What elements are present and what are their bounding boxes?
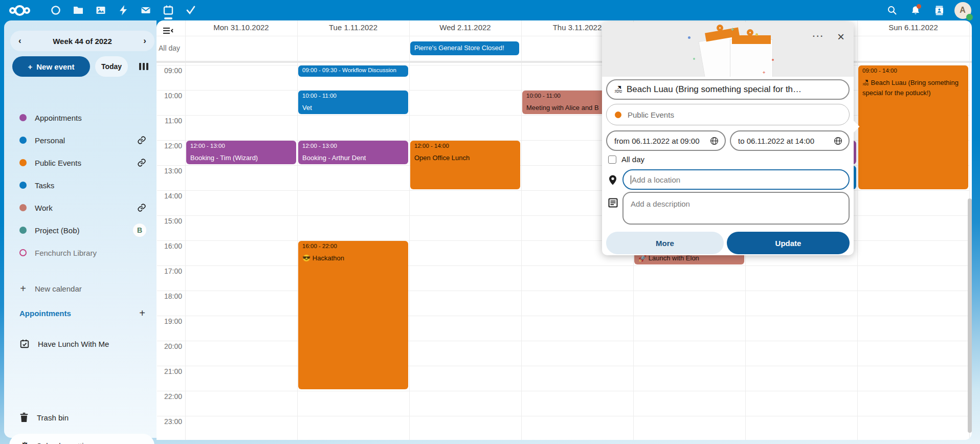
calendar-item-personal[interactable]: Personal [4,129,157,151]
all-day-checkbox[interactable]: All day [608,155,644,164]
photos-icon[interactable] [90,0,112,20]
activity-icon[interactable] [112,0,135,20]
calendar-list: Appointments Personal Public Events Task… [4,106,157,300]
vertical-scrollbar[interactable] [968,198,972,433]
description-input[interactable]: Add a description [622,192,850,225]
calendar-item-fenchurch-library[interactable]: Fenchurch Library [4,241,157,264]
calendar-item-work[interactable]: Work [4,196,157,219]
trash-icon [19,412,29,423]
calendar-color-ring [19,249,27,256]
calendar-item-appointments[interactable]: Appointments [4,106,157,129]
hour-label: 15:00 [157,217,182,226]
sidebar: ‹ Week 44 of 2022 › + New event Today Ap… [4,20,157,438]
today-button[interactable]: Today [95,56,128,77]
allday-event-pierres-store[interactable]: Pierre's General Store Closed! [410,41,519,55]
confetti-plus: + [763,70,765,75]
event-workflow-discussion[interactable]: 09:00 - 09:30 - Workflow Discussion [298,65,408,77]
tasks-icon[interactable] [180,0,202,20]
calendar-color-dot [19,137,27,144]
calendar-item-tasks[interactable]: Tasks [4,174,157,196]
trash-bin-button[interactable]: Trash bin [4,406,157,429]
mail-icon[interactable] [135,0,157,20]
calendar-color-dot [19,159,27,166]
add-appointment-config-button[interactable]: + [139,307,145,319]
close-icon[interactable]: × [833,29,849,45]
hour-label: 23:00 [157,417,182,427]
calendar-item-project-bob[interactable]: Project (Bob) B [4,219,157,241]
shared-user-badge: B [133,224,146,237]
next-week-button[interactable]: › [143,36,146,46]
appointments-section: Appointments + [4,303,157,323]
hour-label: 10:00 [157,92,182,101]
calendar-select[interactable]: Public Events [606,104,850,125]
confetti-plus: + [731,26,734,32]
calendar-icon[interactable] [157,0,180,20]
allday-label: All day [159,44,180,52]
calendar-app: A ‹ Week 44 of 2022 › + New event Today … [0,0,980,444]
description-icon [608,198,618,208]
previous-week-button[interactable]: ‹ [18,36,21,46]
confetti-dot [772,59,774,61]
update-button[interactable]: Update [727,232,850,254]
sidebar-button-row: + New event Today [12,56,150,77]
calendar-color-dot [19,227,27,234]
calendar-settings-button[interactable]: ⚙ Calendar settings [9,434,154,444]
files-icon[interactable] [67,0,90,20]
contacts-icon[interactable] [929,0,949,20]
calendar-color-dot [19,182,27,189]
timezone-globe-icon[interactable] [710,137,719,145]
day-header-tue: Tue 1.11.2022 [297,23,409,34]
hour-label: 19:00 [157,317,182,326]
location-pin-icon [608,174,617,186]
calendar-item-public-events[interactable]: Public Events [4,151,157,174]
hour-label: 16:00 [157,242,182,251]
start-date-input[interactable]: from 06.11.2022 at 09:00 [606,130,726,151]
week-label: Week 44 of 2022 [53,37,112,46]
day-header-mon: Mon 31.10.2022 [185,23,297,34]
new-calendar-button[interactable]: + New calendar [4,277,157,300]
hour-label: 18:00 [157,292,182,301]
calendar-color-dot [19,114,27,121]
search-icon[interactable] [882,0,902,20]
new-event-button[interactable]: + New event [12,56,90,77]
notification-badge [917,4,921,9]
hour-label: 09:00 [157,66,182,76]
event-open-office-lunch[interactable]: 12:00 - 14:00Open Office Lunch [410,141,520,189]
day-header-sun: Sun 6.11.2022 [857,23,969,34]
calendar-check-icon [19,339,30,349]
week-view-toggle-icon[interactable] [139,63,148,70]
location-input[interactable]: Add a location [622,169,850,190]
notifications-bell-icon[interactable] [905,0,926,20]
week-navigation: ‹ Week 44 of 2022 › [10,31,154,51]
gear-icon: ⚙ [20,441,29,444]
checkbox-unchecked[interactable] [608,156,616,164]
calendar-color-dot [19,204,27,211]
appointment-item-have-lunch[interactable]: Have Lunch With Me [4,332,157,355]
beach-emoji-icon: 🏖 [614,85,622,94]
confetti-dot [755,33,758,36]
hour-label: 14:00 [157,192,182,201]
text-cursor [631,175,631,184]
popup-actions-menu-icon[interactable]: ··· [811,31,826,45]
nextcloud-logo-icon[interactable] [9,5,30,16]
shared-link-icon[interactable] [137,203,146,212]
hour-label: 12:00 [157,142,182,151]
hour-label: 11:00 [157,117,182,126]
top-header-bar: A [0,0,980,20]
event-booking-tim[interactable]: 12:00 - 13:00Booking - Tim (Wizard) [186,141,296,164]
event-title-input[interactable]: 🏖 Beach Luau (Bring something special fo… [606,79,850,100]
event-booking-arthur-dent[interactable]: 12:00 - 13:00Booking - Arthur Dent [298,141,408,164]
end-date-input[interactable]: to 06.11.2022 at 14:00 [730,130,850,151]
shared-link-icon[interactable] [137,136,146,145]
timezone-globe-icon[interactable] [834,137,842,145]
event-beach-luau[interactable]: 09:00 - 14:00🏖 Beach Luau (Bring somethi… [858,65,968,189]
more-button[interactable]: More [606,232,724,254]
avatar[interactable]: A [952,0,973,20]
collapse-allday-icon[interactable] [163,27,174,37]
event-vet[interactable]: 10:00 - 11:00Vet [298,91,408,114]
online-status-dot [966,14,973,20]
event-hackathon[interactable]: 16:00 - 22:00😎 Hackathon [298,241,408,389]
dashboard-icon[interactable] [44,0,67,20]
shared-link-icon[interactable] [137,158,146,167]
day-header-wed: Wed 2.11.2022 [409,23,521,34]
